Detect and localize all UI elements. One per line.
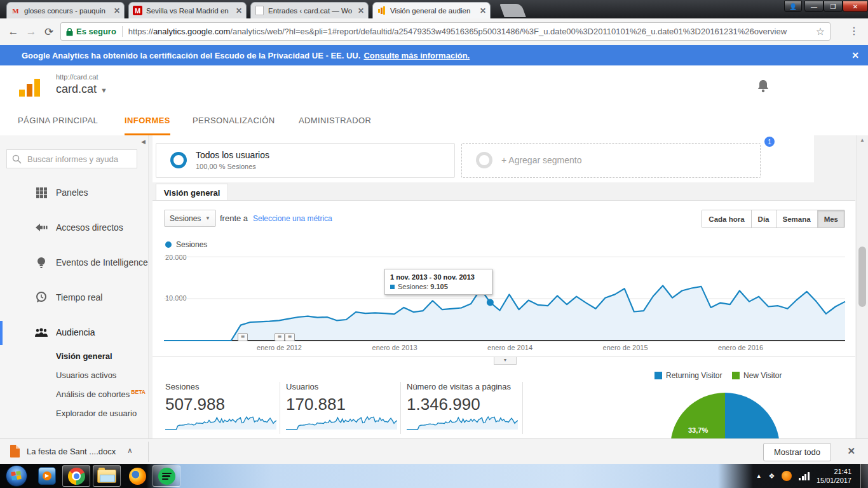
nav-personalizacion[interactable]: PERSONALIZACIÓN xyxy=(193,108,275,133)
granularity-semana[interactable]: Semana xyxy=(776,210,817,227)
sidebar-item-paneles[interactable]: Paneles xyxy=(0,180,148,205)
close-button[interactable]: ✕ xyxy=(843,1,868,12)
forward-icon[interactable]: → xyxy=(23,24,39,40)
notifications-bell-icon[interactable] xyxy=(756,78,770,93)
pie-percentage-label: 33,7% xyxy=(688,426,708,434)
tab-close-icon[interactable]: ✕ xyxy=(236,6,242,15)
x-tick-label: enero de 2015 xyxy=(603,344,648,351)
stat-usuarios[interactable]: Usuarios 170.881 xyxy=(286,382,397,433)
report-panel: Sesiones▼ frente a Seleccione una métric… xyxy=(153,200,855,439)
firefox-icon xyxy=(129,468,146,485)
browser-tab-gmail[interactable]: M gloses concurs - pauquin ✕ xyxy=(6,2,125,18)
chart-collapse-icon[interactable]: ▼ xyxy=(494,357,517,365)
sidebar-item-accesos-directos[interactable]: Accesos directos xyxy=(0,215,148,240)
reload-icon[interactable]: ⟳ xyxy=(41,24,57,40)
account-selector[interactable]: card.cat▼ xyxy=(56,83,107,96)
lightbulb-icon xyxy=(35,257,48,269)
sidebar-subitem-explorador-usuario[interactable]: Explorador de usuario xyxy=(56,409,137,418)
download-bar-close-icon[interactable]: ✕ xyxy=(847,445,855,457)
analytics-nav: PÁGINA PRINCIPAL INFORMES PERSONALIZACIÓ… xyxy=(0,108,868,136)
taskbar-explorer[interactable] xyxy=(93,465,121,487)
network-signal-icon[interactable] xyxy=(799,472,810,480)
sidebar-subitem-vision-general[interactable]: Visión general xyxy=(56,351,112,361)
scrollbar-thumb[interactable] xyxy=(858,247,866,307)
granularity-cada-hora[interactable]: Cada hora xyxy=(702,210,750,227)
browser-tab-wordpress[interactable]: Entrades ‹ card.cat — Wo ✕ xyxy=(250,2,369,18)
sidebar-subitem-usuarios-activos[interactable]: Usuarios activos xyxy=(56,370,116,380)
nav-administrador[interactable]: ADMINISTRADOR xyxy=(299,108,371,133)
windows-start-icon xyxy=(6,465,27,487)
chrome-icon xyxy=(68,468,85,485)
sidebar-item-tiempo-real[interactable]: Tiempo real xyxy=(0,285,148,310)
secure-badge[interactable]: Es seguro xyxy=(66,27,116,36)
annotation-marker-icon[interactable]: ☰ xyxy=(238,333,248,341)
granularity-dia[interactable]: Día xyxy=(751,210,776,227)
granularity-group: Cada hora Día Semana Mes xyxy=(702,210,845,228)
tab-title: gloses concurs - pauquin xyxy=(24,7,111,15)
tab-vision-general[interactable]: Visión general xyxy=(156,184,228,201)
new-tab-button[interactable] xyxy=(499,4,526,17)
banner-close-icon[interactable]: ✕ xyxy=(851,50,859,60)
shortcut-arrow-icon xyxy=(35,223,48,232)
nav-informes[interactable]: INFORMES xyxy=(125,108,170,135)
marca-icon: M xyxy=(133,6,142,15)
dropbox-icon[interactable]: ❖ xyxy=(769,472,775,480)
show-all-downloads-button[interactable]: Mostrar todo xyxy=(763,443,831,461)
search-input[interactable] xyxy=(26,154,130,165)
property-url: http://card.cat xyxy=(56,73,98,81)
chevron-up-icon[interactable]: ∧ xyxy=(127,446,133,455)
system-tray: ▲ ❖ 21:41 15/01/2017 xyxy=(756,464,868,488)
scroll-up-icon[interactable]: ▲ xyxy=(860,137,865,143)
segment-all-users-card[interactable]: Todos los usuarios 100,00 % Sesiones xyxy=(156,143,455,178)
stat-visitas-paginas[interactable]: Número de visitas a páginas 1.346.990 xyxy=(407,382,518,433)
segment-subtitle: 100,00 % Sesiones xyxy=(196,163,256,170)
granularity-mes[interactable]: Mes xyxy=(817,210,844,227)
show-desktop-button[interactable] xyxy=(860,464,868,488)
banner-link[interactable]: Consulte más información. xyxy=(363,51,470,60)
tab-close-icon[interactable]: ✕ xyxy=(114,6,120,15)
tray-expand-icon[interactable]: ▲ xyxy=(756,473,762,479)
start-button[interactable] xyxy=(3,465,31,487)
tab-close-icon[interactable]: ✕ xyxy=(358,6,364,15)
sidebar-search[interactable] xyxy=(6,149,137,168)
sidebar-collapse-icon[interactable]: ◀ xyxy=(141,139,146,145)
address-bar[interactable]: Es seguro https://analytics.google.com/a… xyxy=(60,22,831,41)
folder-icon xyxy=(97,470,116,483)
analytics-logo-icon xyxy=(18,77,41,98)
browser-tab-analytics[interactable]: Visión general de audien ✕ xyxy=(372,2,491,18)
taskbar-clock[interactable]: 21:41 15/01/2017 xyxy=(817,467,851,485)
tray-app-icon[interactable] xyxy=(782,471,792,481)
sidebar-subitem-analisis-cohortes[interactable]: Análisis de cohortesBETA xyxy=(56,389,146,399)
browser-tab-marca[interactable]: M Sevilla vs Real Madrid en ✕ xyxy=(128,2,247,18)
taskbar-spotify[interactable] xyxy=(153,465,180,487)
date: 15/01/2017 xyxy=(817,476,851,485)
back-icon[interactable]: ← xyxy=(5,24,22,40)
divider xyxy=(522,382,523,434)
minimize-button[interactable]: — xyxy=(804,1,824,12)
nav-pagina-principal[interactable]: PÁGINA PRINCIPAL xyxy=(18,108,98,133)
stat-sesiones[interactable]: Sesiones 507.988 xyxy=(165,382,276,433)
bookmark-star-icon[interactable]: ☆ xyxy=(816,25,825,37)
taskbar-firefox[interactable] xyxy=(123,465,151,487)
browser-menu-icon[interactable]: ⋮ xyxy=(849,25,859,37)
profile-window-button[interactable]: 👤 xyxy=(784,1,802,12)
vertical-scrollbar[interactable]: ▲ xyxy=(857,135,868,438)
report-sidebar: ◀ Paneles Accesos directos Eventos de In… xyxy=(0,135,149,438)
taskbar-chrome[interactable] xyxy=(62,465,90,487)
add-segment-card[interactable]: + Agregar segmento xyxy=(461,143,761,178)
sidebar-item-eventos-intelligence[interactable]: Eventos de Intelligence xyxy=(0,250,148,275)
tab-close-icon[interactable]: ✕ xyxy=(480,6,486,15)
select-metric-link[interactable]: Seleccione una métrica xyxy=(253,214,332,223)
sessions-line-chart[interactable]: 20.000 10.000 enero de 2012enero de 2013… xyxy=(164,254,846,354)
analytics-header: http://card.cat card.cat▼ 1 ⋮ xyxy=(0,65,868,108)
x-tick-label: enero de 2013 xyxy=(372,344,417,351)
annotation-marker-icon[interactable]: ☰ xyxy=(275,333,285,341)
annotation-marker-icon[interactable]: ☰ xyxy=(285,333,295,341)
sidebar-item-audiencia[interactable]: Audiencia xyxy=(0,320,148,345)
metric-dropdown[interactable]: Sesiones▼ xyxy=(164,210,216,227)
vs-label: frente a xyxy=(220,214,248,223)
downloaded-file[interactable]: La festa de Sant ....docx xyxy=(27,447,116,456)
maximize-button[interactable]: ❐ xyxy=(824,1,843,12)
search-icon xyxy=(12,154,22,164)
taskbar-media-player[interactable]: ▶ xyxy=(33,465,61,487)
